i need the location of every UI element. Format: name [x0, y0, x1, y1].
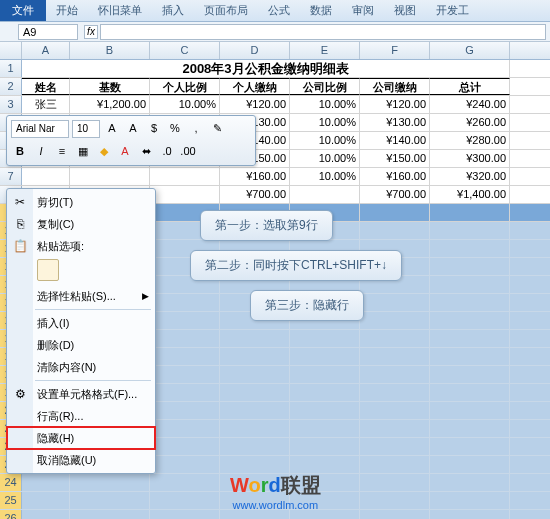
cell[interactable]: 10.00%: [150, 96, 220, 113]
select-all-corner[interactable]: [0, 42, 22, 59]
cell[interactable]: [430, 474, 510, 491]
cell[interactable]: [150, 186, 220, 203]
cell[interactable]: [430, 258, 510, 275]
cell[interactable]: [290, 510, 360, 519]
cell[interactable]: [220, 456, 290, 473]
cell[interactable]: ¥1,400.00: [430, 186, 510, 203]
cell[interactable]: [430, 492, 510, 509]
cell[interactable]: [430, 384, 510, 401]
cell[interactable]: [290, 330, 360, 347]
tab-view[interactable]: 视图: [384, 0, 426, 21]
font-color-icon[interactable]: A: [116, 143, 134, 161]
cell[interactable]: [360, 384, 430, 401]
cell[interactable]: [360, 420, 430, 437]
cell[interactable]: [360, 438, 430, 455]
row-header-2[interactable]: 2: [0, 78, 22, 95]
cell[interactable]: [430, 438, 510, 455]
row-header[interactable]: 24: [0, 474, 22, 491]
cell[interactable]: ¥150.00: [360, 150, 430, 167]
menu-row-height[interactable]: 行高(R)...: [7, 405, 155, 427]
formula-bar[interactable]: [100, 24, 546, 40]
cell[interactable]: ¥240.00: [430, 96, 510, 113]
row-header[interactable]: 3: [0, 96, 22, 113]
menu-delete[interactable]: 删除(D): [7, 334, 155, 356]
cell[interactable]: [430, 294, 510, 311]
cell[interactable]: [220, 420, 290, 437]
cell[interactable]: [70, 474, 150, 491]
cell[interactable]: [220, 366, 290, 383]
shrink-font-icon[interactable]: A: [124, 120, 142, 138]
cell[interactable]: [430, 330, 510, 347]
cell[interactable]: [150, 420, 220, 437]
fx-icon[interactable]: fx: [84, 25, 98, 39]
cell[interactable]: [290, 456, 360, 473]
cell[interactable]: [430, 312, 510, 329]
hdr-cpay[interactable]: 公司缴纳: [360, 78, 430, 95]
tab-data[interactable]: 数据: [300, 0, 342, 21]
cell[interactable]: [70, 510, 150, 519]
cell[interactable]: [290, 348, 360, 365]
format-painter-icon[interactable]: ✎: [208, 120, 226, 138]
col-header-g[interactable]: G: [430, 42, 510, 59]
cell[interactable]: [360, 348, 430, 365]
cell[interactable]: [70, 168, 150, 185]
cell[interactable]: 10.00%: [290, 96, 360, 113]
bold-icon[interactable]: B: [11, 143, 29, 161]
cell[interactable]: [150, 384, 220, 401]
tab-formula[interactable]: 公式: [258, 0, 300, 21]
cell[interactable]: [360, 366, 430, 383]
cell[interactable]: ¥700.00: [220, 186, 290, 203]
cell[interactable]: [220, 402, 290, 419]
cell[interactable]: [360, 456, 430, 473]
tab-classic[interactable]: 怀旧菜单: [88, 0, 152, 21]
paste-option-1[interactable]: [37, 259, 59, 281]
font-name[interactable]: Arial Nar: [11, 120, 69, 138]
cell[interactable]: [430, 456, 510, 473]
cell[interactable]: [150, 456, 220, 473]
cell[interactable]: ¥130.00: [360, 114, 430, 131]
row-header[interactable]: 26: [0, 510, 22, 519]
currency-icon[interactable]: $: [145, 120, 163, 138]
cell[interactable]: [150, 312, 220, 329]
decimal-dec-icon[interactable]: .00: [179, 143, 197, 161]
cell[interactable]: ¥320.00: [430, 168, 510, 185]
col-header-f[interactable]: F: [360, 42, 430, 59]
cell[interactable]: ¥700.00: [360, 186, 430, 203]
cell[interactable]: [150, 294, 220, 311]
cell[interactable]: [220, 384, 290, 401]
col-header-c[interactable]: C: [150, 42, 220, 59]
cell[interactable]: [290, 366, 360, 383]
cell[interactable]: [360, 474, 430, 491]
cell[interactable]: 10.00%: [290, 114, 360, 131]
cell[interactable]: ¥120.00: [220, 96, 290, 113]
cell[interactable]: [290, 384, 360, 401]
cell[interactable]: [150, 402, 220, 419]
cell[interactable]: [430, 420, 510, 437]
row-header-1[interactable]: 1: [0, 60, 22, 77]
cell[interactable]: [430, 510, 510, 519]
cell[interactable]: [360, 510, 430, 519]
cell[interactable]: [150, 474, 220, 491]
menu-format-cells[interactable]: ⚙设置单元格格式(F)...: [7, 383, 155, 405]
cell[interactable]: [150, 168, 220, 185]
font-size[interactable]: 10: [72, 120, 100, 138]
cell[interactable]: [430, 276, 510, 293]
cell[interactable]: [220, 438, 290, 455]
cell[interactable]: [290, 438, 360, 455]
italic-icon[interactable]: I: [32, 143, 50, 161]
menu-cut[interactable]: ✂剪切(T): [7, 191, 155, 213]
sheet-title[interactable]: 2008年3月公积金缴纳明细表: [22, 60, 510, 77]
cell[interactable]: [430, 348, 510, 365]
border-icon[interactable]: ▦: [74, 143, 92, 161]
align-center-icon[interactable]: ≡: [53, 143, 71, 161]
col-header-e[interactable]: E: [290, 42, 360, 59]
col-header-b[interactable]: B: [70, 42, 150, 59]
cell[interactable]: [430, 366, 510, 383]
name-box[interactable]: [18, 24, 78, 40]
cell[interactable]: ¥1,200.00: [70, 96, 150, 113]
cell[interactable]: ¥300.00: [430, 150, 510, 167]
cell[interactable]: [22, 510, 70, 519]
cell[interactable]: ¥120.00: [360, 96, 430, 113]
comma-icon[interactable]: ,: [187, 120, 205, 138]
hdr-prate[interactable]: 个人比例: [150, 78, 220, 95]
